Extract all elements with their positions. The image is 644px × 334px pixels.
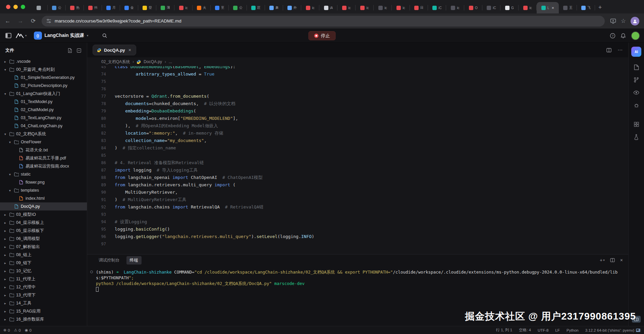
collapse-folders-icon[interactable] <box>76 48 82 53</box>
extensions-icon[interactable] <box>631 118 641 131</box>
browser-tab[interactable]: 抖 <box>84 2 102 13</box>
bookmark-star-icon[interactable]: ☆ <box>621 17 626 25</box>
code-line[interactable]: 96logging.getLogger("langchain.retriever… <box>87 233 628 240</box>
more-actions-icon[interactable]: ⋯ <box>618 47 623 53</box>
breadcrumb-item[interactable]: ... <box>169 59 172 64</box>
tree-folder[interactable]: ▾templates <box>0 186 87 194</box>
tree-file[interactable]: 花语大全.txt <box>0 146 87 154</box>
browser-tab[interactable]: ic <box>356 2 374 13</box>
browser-tab[interactable]: G <box>500 2 519 13</box>
code-line[interactable]: 90 MultiQueryRetriever, <box>87 189 628 196</box>
code-line[interactable]: 85 <box>87 152 628 159</box>
code-line[interactable]: 95logging.basicConfig() <box>87 226 628 233</box>
search-icon[interactable] <box>102 33 107 38</box>
code-line[interactable]: 45class DoubaoEmbeddings(BaseModel, Embe… <box>87 66 628 70</box>
split-terminal-icon[interactable] <box>610 258 615 262</box>
tab-debug-console[interactable]: 调试控制台 <box>95 256 123 265</box>
code-line[interactable]: 91) # MultiQueryRetriever工具 <box>87 196 628 203</box>
bell-icon[interactable] <box>621 33 626 39</box>
user-avatar[interactable] <box>631 31 640 40</box>
tree-file[interactable]: 易速鲜花员工手册.pdf <box>0 154 87 162</box>
close-window-button[interactable] <box>6 5 10 9</box>
tree-folder[interactable]: ▾OneFlower <box>0 138 87 146</box>
tab-terminal[interactable]: 终端 <box>126 256 142 265</box>
tree-file[interactable]: flower.png <box>0 178 87 186</box>
split-editor-icon[interactable] <box>606 48 611 52</box>
browser-profile-avatar[interactable] <box>631 17 639 26</box>
status-item[interactable]: UTF-8 <box>538 328 549 332</box>
code-line[interactable]: 75 <box>87 78 628 85</box>
status-item[interactable]: Python <box>567 328 579 332</box>
code-line[interactable]: 93 <box>87 211 628 218</box>
tab-close-icon[interactable]: × <box>128 47 132 53</box>
code-line[interactable]: 92from langchain.chains import Retrieval… <box>87 203 628 211</box>
tree-file[interactable]: 04_ChatLongChain.py <box>0 122 87 130</box>
code-line[interactable]: 78 documents=chunked_documents, # 以分块的文档 <box>87 100 628 107</box>
tree-folder[interactable]: ▸04_提示模板上 <box>0 219 87 227</box>
browser-tab[interactable]: O <box>464 2 482 13</box>
browser-tab[interactable]: 匠 <box>247 2 265 13</box>
browser-tab[interactable]: 王 <box>559 2 577 13</box>
code-line[interactable]: 84) # 指定collection_name <box>87 144 628 152</box>
browser-tab[interactable]: ic <box>374 2 392 13</box>
code-line[interactable]: 86# 4. Retrieval 准备模型和Retrieval链 <box>87 159 628 166</box>
tab-close-icon[interactable]: × <box>551 5 554 10</box>
notebook-icon[interactable] <box>631 61 641 74</box>
status-item[interactable]: 行 1, 列 1 <box>496 328 513 333</box>
install-app-icon[interactable] <box>610 18 616 24</box>
tree-folder[interactable]: ▾01_LangChain快速入门 <box>0 90 87 98</box>
browser-tab[interactable]: 目 <box>410 2 428 13</box>
tree-file[interactable]: 02_PictureDescription.py <box>0 82 87 90</box>
code-line[interactable]: 79 embedding=DoubaoEmbeddings( <box>87 107 628 115</box>
tree-file[interactable]: 01_SimpleTextGeneration.py <box>0 74 87 82</box>
code-line[interactable]: 74 arbitrary_types_allowed = True <box>87 70 628 78</box>
tree-folder[interactable]: ▸05_提示模板下 <box>0 227 87 235</box>
new-terminal-button[interactable]: +▾ <box>600 257 605 263</box>
tree-folder[interactable]: ▸06_调用模型 <box>0 235 87 243</box>
reload-icon[interactable]: ⟳ <box>28 16 38 26</box>
editor-tab-docqa[interactable]: DocQA.py × <box>93 45 136 55</box>
browser-tab[interactable] <box>30 2 48 13</box>
tree-file[interactable]: 01_TextModel.py <box>0 98 87 106</box>
marscode-logo[interactable]: ▾ <box>16 33 27 38</box>
status-problem-count[interactable]: ◉0 <box>25 328 32 332</box>
browser-tab[interactable]: 飞 <box>577 2 595 13</box>
debug-icon[interactable] <box>631 99 641 112</box>
browser-tab[interactable]: 金 <box>120 2 138 13</box>
tree-folder[interactable]: ▸11_代理上 <box>0 275 87 283</box>
status-item[interactable]: LF <box>555 328 559 332</box>
browser-tab[interactable]: 至 <box>211 2 229 13</box>
stop-button[interactable]: 停止 <box>309 31 336 40</box>
tree-folder[interactable]: ▸03_模型IO <box>0 210 87 219</box>
breadcrumb-item[interactable]: 02_文档QA系统 <box>101 59 130 65</box>
browser-tab[interactable]: 热 <box>66 2 84 13</box>
tree-folder[interactable]: ▸15_RAG应用 <box>0 307 87 315</box>
tree-folder[interactable]: ▸10_记忆 <box>0 267 87 275</box>
code-editor[interactable]: 45class DoubaoEmbeddings(BaseModel, Embe… <box>87 66 628 254</box>
browser-tab[interactable]: iC <box>482 2 500 13</box>
code-line[interactable]: 89from langchain.retrievers.multi_query … <box>87 181 628 189</box>
new-tab-button[interactable]: + <box>595 2 605 12</box>
test-flask-icon[interactable] <box>631 131 641 143</box>
browser-tab[interactable]: L× <box>537 2 559 13</box>
minimize-window-button[interactable] <box>13 5 18 9</box>
tree-folder[interactable]: ▸16_操作数据库 <box>0 315 87 323</box>
browser-tab[interactable]: ic <box>337 2 356 13</box>
tree-file[interactable]: 02_ChatModel.py <box>0 106 87 114</box>
tree-folder[interactable]: ▸.vscode <box>0 57 87 65</box>
tree-folder[interactable]: ▾00_开篇词_奇点时刻 <box>0 65 87 74</box>
status-problem-count[interactable]: ⊗0 <box>3 328 10 332</box>
address-bar[interactable]: marscode.cn/course/5w3rl9e9xejpek?code_p… <box>42 16 605 27</box>
code-line[interactable]: 81 ), # 用OpenAI的Embedding Model做嵌入 <box>87 122 628 130</box>
browser-tab[interactable]: ic <box>446 2 464 13</box>
tree-folder[interactable]: ▾02_文档QA系统 <box>0 130 87 138</box>
new-file-icon[interactable] <box>67 48 72 53</box>
tree-folder[interactable]: ▸14_工具 <box>0 299 87 307</box>
status-problem-count[interactable]: ⚠0 <box>14 328 21 332</box>
ai-assistant-icon[interactable]: AI <box>631 47 641 57</box>
browser-tab[interactable]: 薄 <box>156 2 174 13</box>
code-line[interactable]: 76 <box>87 85 628 93</box>
code-line[interactable]: 80 model=os.environ["EMBEDDING_MODELEND"… <box>87 115 628 122</box>
code-line[interactable]: 88from langchain_openai import ChatOpenA… <box>87 174 628 181</box>
tree-folder[interactable]: ▸08_链上 <box>0 251 87 259</box>
